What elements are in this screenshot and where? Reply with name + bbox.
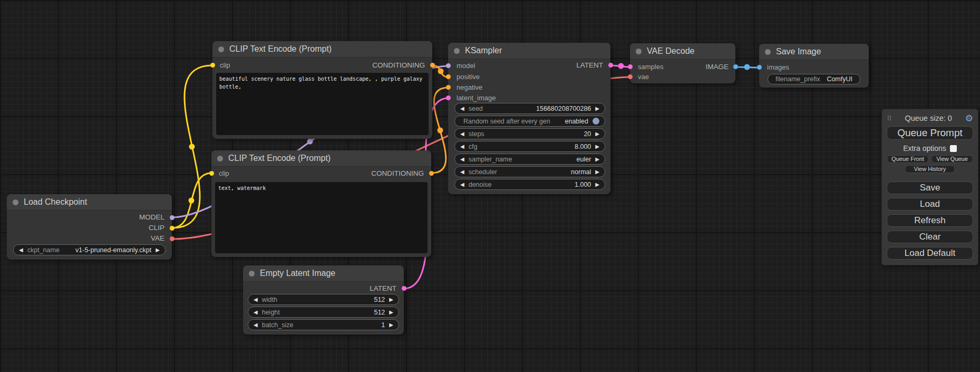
- collapse-toggle-icon[interactable]: [636, 49, 642, 54]
- decrement-arrow-icon[interactable]: ◀: [460, 144, 464, 149]
- node-title-bar[interactable]: Save Image: [759, 44, 869, 60]
- node-title: Save Image: [776, 47, 821, 56]
- node-title-bar[interactable]: Load Checkpoint: [7, 194, 172, 211]
- link-midpoint-dot[interactable]: [189, 144, 195, 150]
- decrement-arrow-icon[interactable]: ◀: [460, 131, 464, 137]
- save-button[interactable]: Save: [887, 182, 973, 194]
- increment-arrow-icon[interactable]: ▶: [595, 169, 599, 175]
- height-widget[interactable]: ◀ height 512 ▶: [248, 307, 399, 318]
- node-graph-canvas[interactable]: Load Checkpoint MODEL CLIP VAE ◀ ckpt_na…: [0, 0, 980, 372]
- vae-input-slot[interactable]: [628, 74, 633, 79]
- collapse-toggle-icon[interactable]: [454, 48, 460, 54]
- filename-prefix-widget[interactable]: filename_prefix ComfyUI: [768, 74, 860, 84]
- conditioning-output-slot[interactable]: [429, 171, 434, 176]
- node-title-bar[interactable]: CLIP Text Encode (Prompt): [212, 41, 432, 58]
- collapse-toggle-icon[interactable]: [13, 199, 18, 205]
- view-history-button[interactable]: View History: [905, 165, 955, 173]
- increment-arrow-icon[interactable]: ▶: [595, 131, 599, 137]
- clip-input-slot[interactable]: [210, 63, 215, 68]
- vae-output-slot[interactable]: [170, 236, 174, 241]
- increment-arrow-icon[interactable]: ▶: [595, 106, 599, 111]
- batch-size-widget[interactable]: ◀ batch_size 1 ▶: [248, 319, 399, 330]
- decrement-arrow-icon[interactable]: ◀: [460, 106, 464, 111]
- increment-arrow-icon[interactable]: ▶: [389, 310, 393, 315]
- seed-widget[interactable]: ◀ seed 156680208700286 ▶: [454, 103, 605, 114]
- collapse-toggle-icon[interactable]: [217, 156, 223, 161]
- node-title-bar[interactable]: Empty Latent Image: [243, 265, 404, 282]
- positive-prompt-textarea[interactable]: beautiful scenery nature glass bottle la…: [216, 73, 429, 135]
- clip-output-slot[interactable]: [170, 226, 174, 231]
- node-title-bar[interactable]: VAE Decode: [630, 43, 735, 60]
- gear-icon[interactable]: ⚙: [965, 114, 973, 123]
- node-save-image[interactable]: Save Image images filename_prefix ComfyU…: [759, 44, 869, 88]
- model-input-slot[interactable]: [446, 63, 451, 68]
- refresh-button[interactable]: Refresh: [887, 214, 973, 227]
- toggle-on-icon[interactable]: [593, 118, 599, 125]
- clip-input-slot[interactable]: [209, 171, 214, 176]
- node-title-bar[interactable]: CLIP Text Encode (Prompt): [211, 150, 431, 167]
- increment-arrow-icon[interactable]: ▶: [156, 247, 160, 253]
- node-clip-text-encode-negative[interactable]: CLIP Text Encode (Prompt) clip CONDITION…: [211, 150, 431, 257]
- decrement-arrow-icon[interactable]: ◀: [460, 157, 464, 162]
- node-title: KSampler: [465, 46, 502, 55]
- steps-widget[interactable]: ◀ steps 20 ▶: [454, 128, 605, 139]
- node-ksampler[interactable]: KSampler model positive negative latent_…: [448, 43, 610, 194]
- scheduler-widget[interactable]: ◀ scheduler normal ▶: [454, 166, 605, 177]
- input-label-vae: vae: [638, 72, 649, 82]
- width-widget[interactable]: ◀ width 512 ▶: [248, 294, 399, 305]
- output-label-conditioning: CONDITIONING: [371, 168, 424, 179]
- extra-options-label: Extra options: [903, 144, 946, 152]
- load-button[interactable]: Load: [887, 198, 973, 211]
- latent-output-slot[interactable]: [608, 63, 613, 68]
- negative-prompt-textarea[interactable]: text, watermark: [215, 182, 428, 253]
- negative-input-slot[interactable]: [446, 85, 451, 90]
- extra-options-checkbox[interactable]: [950, 145, 957, 152]
- decrement-arrow-icon[interactable]: ◀: [254, 322, 258, 328]
- decrement-arrow-icon[interactable]: ◀: [254, 310, 258, 315]
- node-vae-decode[interactable]: VAE Decode samples vae IMAGE: [630, 43, 735, 83]
- drag-handle-icon[interactable]: ⠿: [887, 115, 892, 122]
- denoise-widget[interactable]: ◀ denoise 1.000 ▶: [454, 179, 605, 190]
- positive-input-slot[interactable]: [446, 74, 451, 79]
- increment-arrow-icon[interactable]: ▶: [595, 157, 599, 162]
- increment-arrow-icon[interactable]: ▶: [389, 322, 393, 328]
- load-default-button[interactable]: Load Default: [887, 247, 973, 260]
- decrement-arrow-icon[interactable]: ◀: [19, 247, 23, 253]
- link-midpoint-dot[interactable]: [307, 139, 313, 145]
- increment-arrow-icon[interactable]: ▶: [595, 182, 599, 187]
- image-output-slot[interactable]: [733, 64, 738, 69]
- link-midpoint-dot[interactable]: [438, 69, 444, 74]
- latent-output-slot[interactable]: [402, 286, 406, 291]
- increment-arrow-icon[interactable]: ▶: [595, 144, 599, 149]
- view-queue-button[interactable]: View Queue: [931, 155, 973, 163]
- node-load-checkpoint[interactable]: Load Checkpoint MODEL CLIP VAE ◀ ckpt_na…: [7, 194, 172, 260]
- cfg-widget[interactable]: ◀ cfg 8.000 ▶: [454, 141, 605, 152]
- node-empty-latent-image[interactable]: Empty Latent Image LATENT ◀ width 512 ▶ …: [243, 265, 404, 335]
- output-label-conditioning: CONDITIONING: [372, 60, 425, 71]
- collapse-toggle-icon[interactable]: [249, 271, 255, 276]
- link-midpoint-dot[interactable]: [618, 63, 624, 69]
- collapse-toggle-icon[interactable]: [218, 46, 224, 52]
- images-input-slot[interactable]: [757, 65, 762, 70]
- queue-prompt-button[interactable]: Queue Prompt: [887, 126, 973, 140]
- decrement-arrow-icon[interactable]: ◀: [460, 182, 464, 187]
- collapse-toggle-icon[interactable]: [765, 49, 771, 55]
- output-label-latent: LATENT: [576, 60, 603, 71]
- node-title-bar[interactable]: KSampler: [448, 43, 610, 59]
- increment-arrow-icon[interactable]: ▶: [389, 297, 393, 302]
- random-seed-toggle-widget[interactable]: Random seed after every gen enabled: [454, 116, 605, 127]
- clear-button[interactable]: Clear: [887, 231, 973, 243]
- decrement-arrow-icon[interactable]: ◀: [460, 169, 464, 175]
- link-midpoint-dot[interactable]: [189, 198, 195, 204]
- decrement-arrow-icon[interactable]: ◀: [254, 297, 258, 302]
- queue-front-button[interactable]: Queue Front: [887, 155, 929, 163]
- conditioning-output-slot[interactable]: [430, 63, 435, 68]
- sampler-name-widget[interactable]: ◀ sampler_name euler ▶: [454, 154, 605, 165]
- link-midpoint-dot[interactable]: [744, 64, 750, 70]
- latent-image-input-slot[interactable]: [446, 96, 451, 100]
- samples-input-slot[interactable]: [628, 64, 633, 69]
- model-output-slot[interactable]: [170, 215, 174, 220]
- node-clip-text-encode-positive[interactable]: CLIP Text Encode (Prompt) clip CONDITION…: [212, 41, 432, 139]
- ckpt-name-widget[interactable]: ◀ ckpt_name v1-5-pruned-emaonly.ckpt ▶: [13, 244, 166, 255]
- link-midpoint-dot[interactable]: [438, 128, 443, 133]
